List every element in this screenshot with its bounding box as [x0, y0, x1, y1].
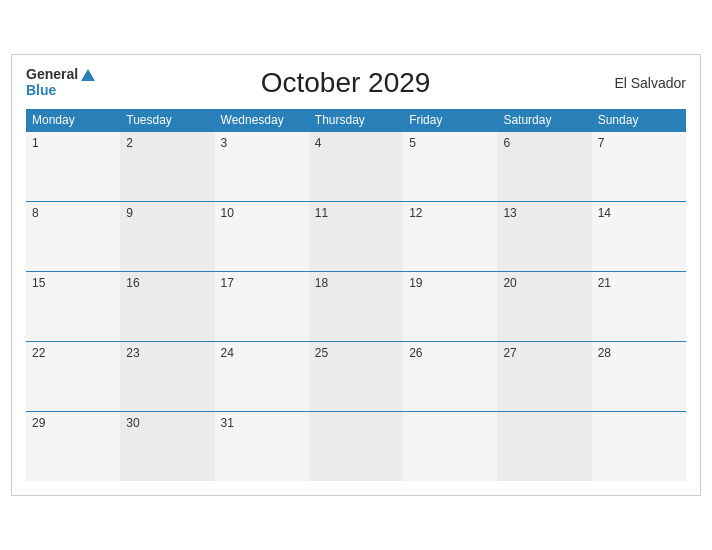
- weekday-header-thursday: Thursday: [309, 109, 403, 132]
- calendar-cell: 31: [215, 411, 309, 481]
- day-number: 11: [315, 206, 328, 220]
- logo-general: General: [26, 67, 95, 82]
- calendar-title: October 2029: [95, 67, 596, 99]
- calendar-cell: 12: [403, 201, 497, 271]
- day-number: 6: [503, 136, 510, 150]
- calendar-cell: 28: [592, 341, 686, 411]
- calendar-cell: 30: [120, 411, 214, 481]
- calendar-cell: 7: [592, 131, 686, 201]
- calendar-cell: 18: [309, 271, 403, 341]
- calendar-cell: 14: [592, 201, 686, 271]
- calendar-cell: 11: [309, 201, 403, 271]
- calendar-cell: 15: [26, 271, 120, 341]
- calendar-cell: 22: [26, 341, 120, 411]
- day-number: 31: [221, 416, 234, 430]
- weekday-header-wednesday: Wednesday: [215, 109, 309, 132]
- weekday-header-friday: Friday: [403, 109, 497, 132]
- day-number: 30: [126, 416, 139, 430]
- day-number: 20: [503, 276, 516, 290]
- week-row-2: 891011121314: [26, 201, 686, 271]
- logo-triangle-icon: [81, 69, 95, 81]
- day-number: 24: [221, 346, 234, 360]
- calendar-cell: 29: [26, 411, 120, 481]
- logo-general-text: General: [26, 67, 78, 82]
- day-number: 2: [126, 136, 133, 150]
- calendar-cell: 26: [403, 341, 497, 411]
- day-number: 3: [221, 136, 228, 150]
- day-number: 23: [126, 346, 139, 360]
- day-number: 27: [503, 346, 516, 360]
- calendar-cell: 4: [309, 131, 403, 201]
- weekday-header-sunday: Sunday: [592, 109, 686, 132]
- calendar-thead: MondayTuesdayWednesdayThursdayFridaySatu…: [26, 109, 686, 132]
- day-number: 26: [409, 346, 422, 360]
- calendar-cell: 19: [403, 271, 497, 341]
- day-number: 8: [32, 206, 39, 220]
- calendar-cell: 6: [497, 131, 591, 201]
- day-number: 12: [409, 206, 422, 220]
- calendar-tbody: 1234567891011121314151617181920212223242…: [26, 131, 686, 481]
- weekday-header-tuesday: Tuesday: [120, 109, 214, 132]
- calendar-cell: 25: [309, 341, 403, 411]
- day-number: 1: [32, 136, 39, 150]
- calendar-cell: 24: [215, 341, 309, 411]
- calendar-cell: 3: [215, 131, 309, 201]
- calendar-cell: 1: [26, 131, 120, 201]
- calendar-cell: 8: [26, 201, 120, 271]
- day-number: 9: [126, 206, 133, 220]
- logo: General Blue: [26, 67, 95, 98]
- calendar-cell: 10: [215, 201, 309, 271]
- day-number: 19: [409, 276, 422, 290]
- calendar-cell: 20: [497, 271, 591, 341]
- calendar-table: MondayTuesdayWednesdayThursdayFridaySatu…: [26, 109, 686, 482]
- calendar-cell: 9: [120, 201, 214, 271]
- day-number: 16: [126, 276, 139, 290]
- calendar-container: General Blue October 2029 El Salvador Mo…: [11, 54, 701, 497]
- day-number: 7: [598, 136, 605, 150]
- day-number: 29: [32, 416, 45, 430]
- week-row-5: 293031: [26, 411, 686, 481]
- week-row-3: 15161718192021: [26, 271, 686, 341]
- calendar-cell: [497, 411, 591, 481]
- day-number: 15: [32, 276, 45, 290]
- calendar-cell: 27: [497, 341, 591, 411]
- day-number: 10: [221, 206, 234, 220]
- country-label: El Salvador: [596, 75, 686, 91]
- calendar-cell: 2: [120, 131, 214, 201]
- day-number: 22: [32, 346, 45, 360]
- calendar-cell: 23: [120, 341, 214, 411]
- day-number: 18: [315, 276, 328, 290]
- calendar-cell: 16: [120, 271, 214, 341]
- week-row-1: 1234567: [26, 131, 686, 201]
- weekday-header-row: MondayTuesdayWednesdayThursdayFridaySatu…: [26, 109, 686, 132]
- weekday-header-monday: Monday: [26, 109, 120, 132]
- logo-blue-text: Blue: [26, 83, 95, 98]
- calendar-cell: 21: [592, 271, 686, 341]
- day-number: 4: [315, 136, 322, 150]
- day-number: 25: [315, 346, 328, 360]
- day-number: 17: [221, 276, 234, 290]
- calendar-cell: 17: [215, 271, 309, 341]
- day-number: 14: [598, 206, 611, 220]
- day-number: 21: [598, 276, 611, 290]
- calendar-cell: 5: [403, 131, 497, 201]
- week-row-4: 22232425262728: [26, 341, 686, 411]
- day-number: 28: [598, 346, 611, 360]
- day-number: 13: [503, 206, 516, 220]
- calendar-cell: 13: [497, 201, 591, 271]
- calendar-cell: [403, 411, 497, 481]
- day-number: 5: [409, 136, 416, 150]
- calendar-header: General Blue October 2029 El Salvador: [26, 67, 686, 99]
- weekday-header-saturday: Saturday: [497, 109, 591, 132]
- calendar-cell: [592, 411, 686, 481]
- calendar-cell: [309, 411, 403, 481]
